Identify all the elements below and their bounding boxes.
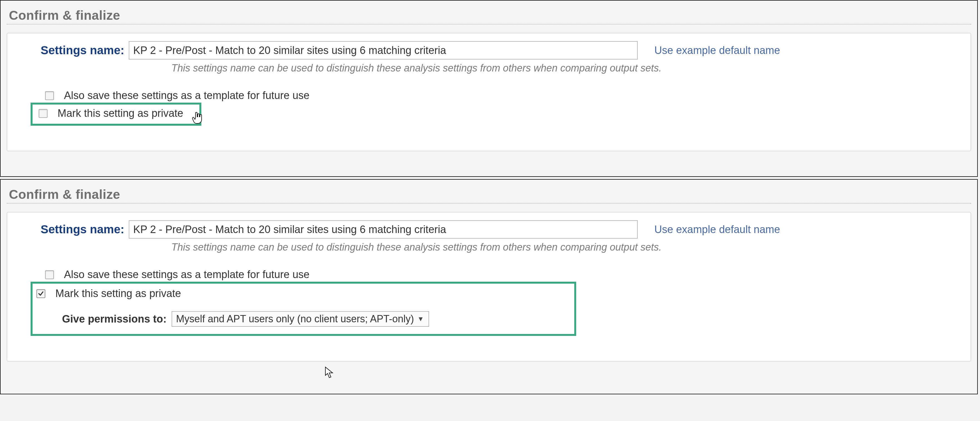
permissions-select[interactable]: Myself and APT users only (no client use… [172,311,429,327]
use-example-default-name-link[interactable]: Use example default name [654,224,780,235]
settings-name-row: Settings name: Use example default name [24,220,962,238]
settings-name-row: Settings name: Use example default name [24,41,962,59]
permissions-label: Give permissions to: [62,313,167,325]
use-example-default-name-link[interactable]: Use example default name [654,44,780,56]
helper-text: This settings name can be used to distin… [171,241,962,253]
save-as-template-row: Also save these settings as a template f… [45,89,962,102]
mark-private-label: Mark this setting as private [57,107,183,119]
mark-private-highlighted-row: Mark this setting as private [30,103,201,126]
permissions-selected-value: Myself and APT users only (no client use… [176,313,414,325]
panel-top: Confirm & finalize Settings name: Use ex… [0,0,978,177]
panel-bottom: Confirm & finalize Settings name: Use ex… [0,179,978,394]
mark-private-checkbox-checked[interactable] [37,289,45,298]
settings-name-input[interactable] [129,41,638,59]
settings-name-label: Settings name: [41,44,124,57]
settings-name-label: Settings name: [41,223,124,236]
save-as-template-label: Also save these settings as a template f… [64,89,310,102]
cursor-arrow-icon [324,367,334,379]
mark-private-row: Mark this setting as private [37,288,568,299]
divider [7,24,971,24]
save-as-template-row: Also save these settings as a template f… [45,268,962,281]
section-title: Confirm & finalize [9,8,971,23]
save-as-template-checkbox[interactable] [45,91,54,100]
checkmark-icon [38,291,44,297]
card: Settings name: Use example default name … [7,33,971,151]
cursor-hand-icon [192,111,203,125]
permissions-row: Give permissions to: Myself and APT user… [62,311,568,327]
mark-private-highlighted-block: Mark this setting as private Give permis… [30,282,576,336]
helper-text: This settings name can be used to distin… [171,62,962,74]
card: Settings name: Use example default name … [7,212,971,362]
divider [7,203,971,203]
section-title: Confirm & finalize [9,187,971,202]
save-as-template-label: Also save these settings as a template f… [64,268,310,281]
mark-private-label: Mark this setting as private [55,288,181,299]
settings-name-input[interactable] [129,220,638,238]
mark-private-checkbox[interactable] [39,109,48,118]
chevron-down-icon: ▼ [417,315,424,323]
save-as-template-checkbox[interactable] [45,270,54,279]
